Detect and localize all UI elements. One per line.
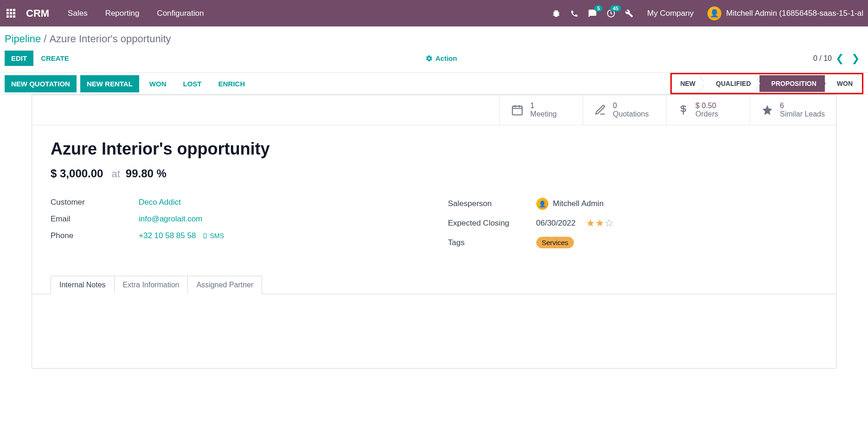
edit-icon (594, 104, 606, 116)
record-card: 1Meeting 0Quotations $ 0.50Orders 6Simil… (32, 95, 836, 369)
tab-extra-information[interactable]: Extra Information (115, 276, 188, 294)
tab-assigned-partner[interactable]: Assigned Partner (188, 276, 262, 294)
tools-icon[interactable] (625, 9, 633, 18)
pager: 0 / 10 ❮ ❯ (813, 52, 863, 65)
create-button[interactable]: CREATE (41, 54, 69, 62)
actions-row: EDIT CREATE Action 0 / 10 ❮ ❯ (0, 48, 868, 72)
activity-icon[interactable]: 45 (606, 9, 616, 18)
apps-icon[interactable] (5, 7, 18, 20)
stat-orders-num: $ 0.50 (695, 102, 718, 110)
label-salesperson: Salesperson (448, 199, 536, 208)
value-customer[interactable]: Deco Addict (139, 198, 181, 207)
menu-sales[interactable]: Sales (68, 9, 88, 18)
new-quotation-button[interactable]: NEW QUOTATION (5, 75, 77, 92)
toolbar: NEW QUOTATION NEW RENTAL WON LOST ENRICH… (0, 73, 868, 95)
priority-stars[interactable]: ★ ★ ☆ (586, 217, 614, 229)
debug-icon[interactable] (552, 9, 561, 18)
breadcrumb-current: Azure Interior's opportunity (49, 33, 171, 45)
svg-rect-2 (13, 9, 15, 11)
star-2-icon[interactable]: ★ (595, 217, 604, 229)
stat-quotations[interactable]: 0Quotations (583, 95, 666, 125)
svg-rect-10 (513, 106, 522, 115)
value-expected-closing: 06/30/2022 (536, 219, 576, 228)
at-label: at (111, 168, 120, 180)
status-step-new[interactable]: NEW (673, 75, 704, 92)
label-expected-closing: Expected Closing (448, 219, 536, 228)
salesperson-avatar: 👤 (536, 198, 548, 210)
probability: 99.80 % (126, 167, 167, 180)
action-label: Action (436, 54, 457, 62)
status-step-won[interactable]: WON (825, 75, 861, 92)
value-email[interactable]: info@agrolait.com (139, 214, 202, 224)
pager-next[interactable]: ❯ (851, 52, 860, 65)
app-brand[interactable]: CRM (26, 7, 49, 19)
breadcrumb-root[interactable]: Pipeline (5, 33, 41, 45)
tag-services[interactable]: Services (536, 237, 574, 248)
sms-label: SMS (210, 232, 224, 240)
breadcrumb-sep: / (44, 33, 46, 45)
pager-text: 0 / 10 (813, 54, 832, 63)
details: Customer Deco Addict Email info@agrolait… (51, 194, 817, 252)
menu-reporting[interactable]: Reporting (105, 9, 140, 18)
menu-configuration[interactable]: Configuration (157, 9, 204, 18)
label-tags: Tags (448, 238, 536, 247)
stat-row: 1Meeting 0Quotations $ 0.50Orders 6Simil… (32, 95, 836, 125)
calendar-icon (511, 104, 524, 117)
expected-revenue: $ 3,000.00 (51, 167, 103, 180)
breadcrumb: Pipeline / Azure Interior's opportunity (0, 26, 868, 48)
company-name[interactable]: My Company (647, 9, 694, 18)
svg-rect-7 (10, 15, 12, 18)
value-salesperson: Mitchell Admin (553, 199, 604, 208)
stat-meeting[interactable]: 1Meeting (499, 95, 583, 125)
svg-rect-1 (10, 9, 12, 11)
status-step-proposition[interactable]: PROPOSITION (759, 75, 825, 92)
svg-rect-0 (6, 9, 9, 11)
user-menu[interactable]: 👤 Mitchell Admin (16856458-saas-15-1-al (707, 6, 863, 20)
phone-icon[interactable] (570, 9, 579, 18)
tab-internal-notes[interactable]: Internal Notes (51, 276, 115, 294)
svg-rect-4 (10, 12, 12, 14)
avatar: 👤 (707, 6, 721, 20)
star-1-icon[interactable]: ★ (586, 217, 595, 229)
stat-quotations-num: 0 (613, 102, 649, 110)
user-name: Mitchell Admin (16856458-saas-15-1-al (726, 9, 863, 18)
svg-rect-6 (6, 15, 9, 18)
status-step-qualified[interactable]: QUALIFIED (704, 75, 759, 92)
activity-badge: 45 (610, 5, 621, 12)
new-rental-button[interactable]: NEW RENTAL (80, 75, 139, 92)
star-3-icon[interactable]: ☆ (604, 217, 614, 229)
svg-rect-8 (13, 15, 15, 18)
svg-rect-5 (13, 12, 15, 14)
lost-button[interactable]: LOST (177, 75, 208, 92)
stat-similar-label: Similar Leads (780, 110, 825, 118)
edit-button[interactable]: EDIT (5, 51, 33, 66)
stat-quotations-label: Quotations (613, 110, 649, 118)
tabs: Internal Notes Extra Information Assigne… (32, 275, 836, 294)
stat-orders-label: Orders (695, 110, 718, 118)
star-icon (761, 104, 773, 116)
label-phone: Phone (51, 231, 139, 240)
sms-link[interactable]: SMS (202, 232, 224, 240)
dollar-icon (678, 104, 689, 117)
stat-meeting-label: Meeting (530, 110, 557, 118)
pager-prev[interactable]: ❮ (836, 52, 844, 65)
record-title: Azure Interior's opportunity (51, 139, 817, 159)
stat-meeting-num: 1 (530, 102, 557, 110)
enrich-button[interactable]: ENRICH (212, 75, 252, 92)
amount-row: $ 3,000.00 at 99.80 % (51, 167, 817, 180)
action-dropdown[interactable]: Action (425, 54, 457, 62)
tab-content (32, 294, 836, 368)
svg-rect-3 (6, 12, 9, 14)
label-email: Email (51, 214, 139, 224)
label-customer: Customer (51, 198, 139, 207)
status-bar: NEW QUALIFIED PROPOSITION WON (670, 73, 863, 94)
messages-icon[interactable]: 5 (588, 9, 597, 18)
value-phone[interactable]: +32 10 58 85 58 (139, 231, 196, 240)
top-nav: CRM Sales Reporting Configuration 5 45 M… (0, 0, 868, 26)
stat-similar-num: 6 (780, 102, 825, 110)
stat-orders[interactable]: $ 0.50Orders (666, 95, 750, 125)
messages-badge: 5 (594, 5, 603, 12)
won-button[interactable]: WON (143, 75, 173, 92)
stat-similar[interactable]: 6Similar Leads (750, 95, 836, 125)
